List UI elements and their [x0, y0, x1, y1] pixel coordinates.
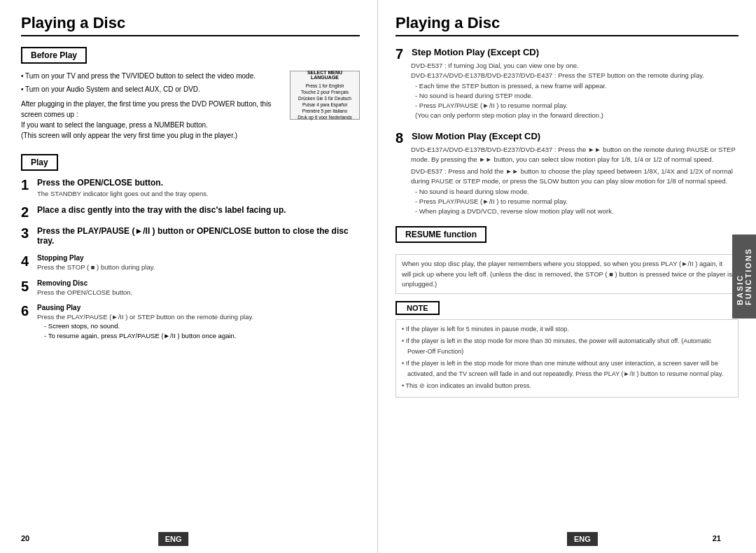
- step-7-line-0: DVD-E537 : If turning Jog Dial, you can …: [411, 61, 738, 71]
- step-header-7: 7 Step Motion Play (Except CD): [396, 47, 738, 61]
- step-title-8: Slow Motion Play (Except CD): [412, 131, 540, 141]
- step-7-bullet-3: - No sound is heard during STEP mode.: [411, 91, 738, 101]
- note-header: NOTE: [396, 301, 440, 315]
- note-item-2: • If the player is left in the stop mode…: [402, 336, 732, 356]
- item-number-1: 1: [21, 178, 34, 192]
- item-number-2: 2: [21, 205, 34, 219]
- play-item-1: 1 Press the OPEN/CLOSE button. The STAND…: [21, 178, 360, 198]
- resume-content: When you stop disc play, the player reme…: [396, 254, 738, 294]
- play-item-3: 3 Press the PLAY/PAUSE (►/II ) button or…: [21, 226, 360, 247]
- step-8-bullet-2: - No sound is heard during slow mode.: [411, 187, 738, 197]
- item-content-6: Pausing Play Press the PLAY/PAUSE (►/II …: [37, 304, 360, 342]
- step-body-8: DVD-E137A/DVD-E137B/DVD-E237/DVD-E437 : …: [396, 145, 738, 217]
- step-item-8: 8 Slow Motion Play (Except CD) DVD-E137A…: [396, 131, 738, 217]
- before-play-after-text: After plugging in the player, the first …: [21, 99, 283, 141]
- item-number-4: 4: [21, 254, 34, 268]
- item-title-2: Place a disc gently into the tray with t…: [37, 205, 360, 215]
- left-page-number: 20: [21, 534, 29, 542]
- before-play-content: • Turn on your TV and press the TV/VIDEO…: [21, 71, 360, 144]
- bullet-6-2: - To resume again, press PLAY/PAUSE (►/I…: [37, 331, 360, 341]
- step-title-7: Step Motion Play (Except CD): [412, 47, 539, 57]
- item-number-6: 6: [21, 304, 34, 318]
- item-content-4: Stopping Play Press the STOP ( ■ ) butto…: [37, 254, 360, 272]
- item-subtitle-6: Pausing Play: [37, 304, 360, 312]
- item-title-1: Press the OPEN/CLOSE button.: [37, 178, 360, 188]
- before-play-text: • Turn on your TV and press the TV/VIDEO…: [21, 71, 283, 144]
- play-item-2: 2 Place a disc gently into the tray with…: [21, 205, 360, 219]
- dvd-menu-item-6: Druk op 6 voor Nederlands: [298, 114, 352, 120]
- item-number-3: 3: [21, 226, 34, 240]
- basic-functions-label: BASICFUNCTIONS: [736, 248, 752, 305]
- left-eng-badge: ENG: [158, 532, 189, 546]
- item-content-2: Place a disc gently into the tray with t…: [37, 205, 360, 216]
- page-container: Playing a Disc Before Play • Turn on you…: [0, 0, 756, 553]
- basic-functions-tab: BASICFUNCTIONS: [732, 234, 756, 318]
- play-item-6: 6 Pausing Play Press the PLAY/PAUSE (►/I…: [21, 304, 360, 342]
- dvd-menu-title: SELECT MENU LANGUAGE: [293, 70, 356, 80]
- dvd-menu-item-2: Touche 2 pour Français: [301, 89, 349, 95]
- item-desc-1: The STANDBY indicator light goes out and…: [37, 189, 360, 198]
- step-body-7: DVD-E537 : If turning Jog Dial, you can …: [396, 61, 738, 121]
- step-8-bullet-3: - Press PLAY/PAUSE (►/II ) to resume nor…: [411, 197, 738, 206]
- step-number-8: 8: [396, 131, 408, 145]
- resume-header: RESUME function: [396, 226, 486, 243]
- step-7-bullet-4: - Press PLAY/PAUSE (►/II ) to resume nor…: [411, 101, 738, 111]
- left-page: Playing a Disc Before Play • Turn on you…: [0, 0, 378, 553]
- step-7-bullet-2: - Each time the STEP button is pressed, …: [411, 81, 738, 91]
- step-7-bullet-5: (You can only perform step motion play i…: [411, 111, 738, 120]
- step-item-7: 7 Step Motion Play (Except CD) DVD-E537 …: [396, 47, 738, 121]
- item-desc-4: Press the STOP ( ■ ) button during play.: [37, 262, 360, 272]
- item-title-3: Press the PLAY/PAUSE (►/II ) button or O…: [37, 226, 360, 246]
- step-7-line-1: DVD-E137A/DVD-E137B/DVD-E237/DVD-E437 : …: [411, 71, 738, 80]
- item-desc-5: Press the OPEN/CLOSE button.: [37, 288, 360, 297]
- dvd-menu-item-5: Premère 5 per Italiano: [302, 108, 347, 114]
- play-item-5: 5 Removing Disc Press the OPEN/CLOSE but…: [21, 279, 360, 297]
- step-8-line-1: DVD-E537 : Press and hold the ►► button …: [411, 167, 738, 187]
- dvd-menu-image: SELECT MENU LANGUAGE Press 1 for English…: [290, 71, 360, 120]
- left-page-title: Playing a Disc: [21, 14, 360, 36]
- dvd-menu-item-1: Press 1 for English: [306, 83, 344, 89]
- item-number-5: 5: [21, 279, 34, 293]
- play-section: Play 1 Press the OPEN/CLOSE button. The …: [21, 154, 360, 342]
- before-play-section: Before Play • Turn on your TV and press …: [21, 47, 360, 144]
- right-eng-badge: ENG: [567, 532, 598, 546]
- dvd-menu-item-3: Drücken Sie 3 für Deutsch: [298, 95, 351, 102]
- dvd-menu-item-4: Pulsar 4 para Español: [302, 102, 347, 108]
- note-item-1: • If the player is left for 5 minutes in…: [402, 324, 732, 334]
- right-page: Playing a Disc 7 Step Motion Play (Excep…: [378, 0, 756, 553]
- resume-section: RESUME function When you stop disc play,…: [396, 226, 738, 294]
- item-content-3: Press the PLAY/PAUSE (►/II ) button or O…: [37, 226, 360, 247]
- item-content-1: Press the OPEN/CLOSE button. The STANDBY…: [37, 178, 360, 198]
- note-section: NOTE • If the player is left for 5 minut…: [396, 301, 738, 398]
- item-content-5: Removing Disc Press the OPEN/CLOSE butto…: [37, 279, 360, 297]
- item-desc-6: Press the PLAY/PAUSE (►/II ) or STEP but…: [37, 312, 360, 321]
- step-8-bullet-4: - When playing a DVD/VCD, reverse slow m…: [411, 206, 738, 216]
- note-item-3: • If the player is left in the stop mode…: [402, 358, 732, 379]
- note-content: • If the player is left for 5 minutes in…: [396, 319, 738, 398]
- right-page-number: 21: [713, 534, 721, 542]
- before-play-header: Before Play: [21, 47, 87, 64]
- note-item-4: • This ⊘ icon indicates an invalid butto…: [402, 381, 732, 391]
- before-play-item-1: • Turn on your TV and press the TV/VIDEO…: [21, 71, 283, 81]
- step-8-line-0: DVD-E137A/DVD-E137B/DVD-E237/DVD-E437 : …: [411, 145, 738, 165]
- before-play-item-2: • Turn on your Audio System and select A…: [21, 84, 283, 94]
- play-item-4: 4 Stopping Play Press the STOP ( ■ ) but…: [21, 254, 360, 272]
- bullet-6-1: - Screen stops, no sound.: [37, 321, 360, 331]
- right-page-title: Playing a Disc: [396, 14, 738, 36]
- play-header: Play: [21, 154, 58, 171]
- step-header-8: 8 Slow Motion Play (Except CD): [396, 131, 738, 145]
- step-number-7: 7: [396, 47, 408, 61]
- item-subtitle-4: Stopping Play: [37, 254, 360, 262]
- item-subtitle-5: Removing Disc: [37, 279, 360, 287]
